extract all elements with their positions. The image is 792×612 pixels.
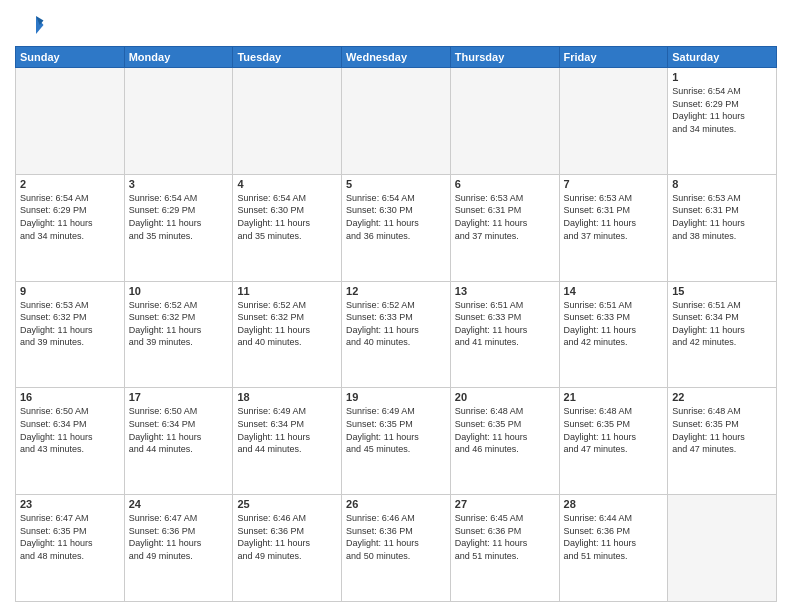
day-number: 20 — [455, 391, 555, 403]
day-info: Sunrise: 6:53 AM Sunset: 6:31 PM Dayligh… — [455, 192, 555, 242]
day-info: Sunrise: 6:45 AM Sunset: 6:36 PM Dayligh… — [455, 512, 555, 562]
day-info: Sunrise: 6:54 AM Sunset: 6:29 PM Dayligh… — [129, 192, 229, 242]
day-info: Sunrise: 6:54 AM Sunset: 6:30 PM Dayligh… — [346, 192, 446, 242]
calendar-cell: 26Sunrise: 6:46 AM Sunset: 6:36 PM Dayli… — [342, 495, 451, 602]
day-info: Sunrise: 6:49 AM Sunset: 6:34 PM Dayligh… — [237, 405, 337, 455]
calendar-table: SundayMondayTuesdayWednesdayThursdayFrid… — [15, 46, 777, 602]
calendar-cell: 4Sunrise: 6:54 AM Sunset: 6:30 PM Daylig… — [233, 174, 342, 281]
calendar-header-monday: Monday — [124, 47, 233, 68]
calendar-cell: 7Sunrise: 6:53 AM Sunset: 6:31 PM Daylig… — [559, 174, 668, 281]
day-info: Sunrise: 6:48 AM Sunset: 6:35 PM Dayligh… — [455, 405, 555, 455]
calendar-cell: 22Sunrise: 6:48 AM Sunset: 6:35 PM Dayli… — [668, 388, 777, 495]
day-info: Sunrise: 6:47 AM Sunset: 6:36 PM Dayligh… — [129, 512, 229, 562]
day-info: Sunrise: 6:52 AM Sunset: 6:33 PM Dayligh… — [346, 299, 446, 349]
day-number: 10 — [129, 285, 229, 297]
day-number: 22 — [672, 391, 772, 403]
day-info: Sunrise: 6:53 AM Sunset: 6:31 PM Dayligh… — [564, 192, 664, 242]
calendar-header-thursday: Thursday — [450, 47, 559, 68]
calendar-cell: 19Sunrise: 6:49 AM Sunset: 6:35 PM Dayli… — [342, 388, 451, 495]
calendar-cell — [233, 68, 342, 175]
day-info: Sunrise: 6:46 AM Sunset: 6:36 PM Dayligh… — [346, 512, 446, 562]
day-number: 11 — [237, 285, 337, 297]
calendar-header-friday: Friday — [559, 47, 668, 68]
day-info: Sunrise: 6:44 AM Sunset: 6:36 PM Dayligh… — [564, 512, 664, 562]
calendar-cell — [342, 68, 451, 175]
day-number: 25 — [237, 498, 337, 510]
calendar-cell — [16, 68, 125, 175]
calendar-header-sunday: Sunday — [16, 47, 125, 68]
day-number: 7 — [564, 178, 664, 190]
day-number: 27 — [455, 498, 555, 510]
day-number: 13 — [455, 285, 555, 297]
day-number: 9 — [20, 285, 120, 297]
calendar-cell — [124, 68, 233, 175]
day-number: 21 — [564, 391, 664, 403]
day-number: 23 — [20, 498, 120, 510]
calendar-cell — [668, 495, 777, 602]
day-info: Sunrise: 6:51 AM Sunset: 6:34 PM Dayligh… — [672, 299, 772, 349]
day-number: 4 — [237, 178, 337, 190]
day-info: Sunrise: 6:52 AM Sunset: 6:32 PM Dayligh… — [129, 299, 229, 349]
day-number: 8 — [672, 178, 772, 190]
calendar-header-wednesday: Wednesday — [342, 47, 451, 68]
day-number: 19 — [346, 391, 446, 403]
day-info: Sunrise: 6:48 AM Sunset: 6:35 PM Dayligh… — [564, 405, 664, 455]
day-info: Sunrise: 6:53 AM Sunset: 6:31 PM Dayligh… — [672, 192, 772, 242]
calendar-cell: 18Sunrise: 6:49 AM Sunset: 6:34 PM Dayli… — [233, 388, 342, 495]
calendar-cell: 5Sunrise: 6:54 AM Sunset: 6:30 PM Daylig… — [342, 174, 451, 281]
day-info: Sunrise: 6:50 AM Sunset: 6:34 PM Dayligh… — [20, 405, 120, 455]
logo — [15, 10, 49, 40]
day-info: Sunrise: 6:52 AM Sunset: 6:32 PM Dayligh… — [237, 299, 337, 349]
day-info: Sunrise: 6:54 AM Sunset: 6:30 PM Dayligh… — [237, 192, 337, 242]
day-number: 6 — [455, 178, 555, 190]
calendar-cell: 27Sunrise: 6:45 AM Sunset: 6:36 PM Dayli… — [450, 495, 559, 602]
day-info: Sunrise: 6:46 AM Sunset: 6:36 PM Dayligh… — [237, 512, 337, 562]
calendar-cell: 13Sunrise: 6:51 AM Sunset: 6:33 PM Dayli… — [450, 281, 559, 388]
calendar-cell: 14Sunrise: 6:51 AM Sunset: 6:33 PM Dayli… — [559, 281, 668, 388]
day-number: 15 — [672, 285, 772, 297]
day-number: 12 — [346, 285, 446, 297]
day-number: 17 — [129, 391, 229, 403]
calendar-week-3: 16Sunrise: 6:50 AM Sunset: 6:34 PM Dayli… — [16, 388, 777, 495]
calendar-header-tuesday: Tuesday — [233, 47, 342, 68]
calendar-cell: 12Sunrise: 6:52 AM Sunset: 6:33 PM Dayli… — [342, 281, 451, 388]
day-info: Sunrise: 6:48 AM Sunset: 6:35 PM Dayligh… — [672, 405, 772, 455]
calendar-cell: 2Sunrise: 6:54 AM Sunset: 6:29 PM Daylig… — [16, 174, 125, 281]
calendar-week-4: 23Sunrise: 6:47 AM Sunset: 6:35 PM Dayli… — [16, 495, 777, 602]
calendar-cell: 23Sunrise: 6:47 AM Sunset: 6:35 PM Dayli… — [16, 495, 125, 602]
day-number: 24 — [129, 498, 229, 510]
day-number: 3 — [129, 178, 229, 190]
calendar-cell: 3Sunrise: 6:54 AM Sunset: 6:29 PM Daylig… — [124, 174, 233, 281]
logo-icon — [15, 10, 45, 40]
calendar-cell: 21Sunrise: 6:48 AM Sunset: 6:35 PM Dayli… — [559, 388, 668, 495]
day-number: 1 — [672, 71, 772, 83]
calendar-week-1: 2Sunrise: 6:54 AM Sunset: 6:29 PM Daylig… — [16, 174, 777, 281]
day-number: 5 — [346, 178, 446, 190]
day-number: 26 — [346, 498, 446, 510]
calendar-cell: 25Sunrise: 6:46 AM Sunset: 6:36 PM Dayli… — [233, 495, 342, 602]
calendar-week-0: 1Sunrise: 6:54 AM Sunset: 6:29 PM Daylig… — [16, 68, 777, 175]
day-info: Sunrise: 6:50 AM Sunset: 6:34 PM Dayligh… — [129, 405, 229, 455]
calendar-cell: 24Sunrise: 6:47 AM Sunset: 6:36 PM Dayli… — [124, 495, 233, 602]
day-number: 18 — [237, 391, 337, 403]
calendar-cell: 11Sunrise: 6:52 AM Sunset: 6:32 PM Dayli… — [233, 281, 342, 388]
calendar-cell: 9Sunrise: 6:53 AM Sunset: 6:32 PM Daylig… — [16, 281, 125, 388]
calendar-cell: 20Sunrise: 6:48 AM Sunset: 6:35 PM Dayli… — [450, 388, 559, 495]
calendar-cell — [559, 68, 668, 175]
calendar-cell: 16Sunrise: 6:50 AM Sunset: 6:34 PM Dayli… — [16, 388, 125, 495]
calendar-cell: 15Sunrise: 6:51 AM Sunset: 6:34 PM Dayli… — [668, 281, 777, 388]
day-info: Sunrise: 6:47 AM Sunset: 6:35 PM Dayligh… — [20, 512, 120, 562]
calendar-week-2: 9Sunrise: 6:53 AM Sunset: 6:32 PM Daylig… — [16, 281, 777, 388]
page: SundayMondayTuesdayWednesdayThursdayFrid… — [0, 0, 792, 612]
day-info: Sunrise: 6:53 AM Sunset: 6:32 PM Dayligh… — [20, 299, 120, 349]
day-info: Sunrise: 6:49 AM Sunset: 6:35 PM Dayligh… — [346, 405, 446, 455]
calendar-cell: 10Sunrise: 6:52 AM Sunset: 6:32 PM Dayli… — [124, 281, 233, 388]
calendar-cell: 8Sunrise: 6:53 AM Sunset: 6:31 PM Daylig… — [668, 174, 777, 281]
day-number: 2 — [20, 178, 120, 190]
calendar-header-row: SundayMondayTuesdayWednesdayThursdayFrid… — [16, 47, 777, 68]
calendar-cell: 6Sunrise: 6:53 AM Sunset: 6:31 PM Daylig… — [450, 174, 559, 281]
day-info: Sunrise: 6:54 AM Sunset: 6:29 PM Dayligh… — [672, 85, 772, 135]
day-info: Sunrise: 6:51 AM Sunset: 6:33 PM Dayligh… — [564, 299, 664, 349]
day-info: Sunrise: 6:51 AM Sunset: 6:33 PM Dayligh… — [455, 299, 555, 349]
day-number: 28 — [564, 498, 664, 510]
